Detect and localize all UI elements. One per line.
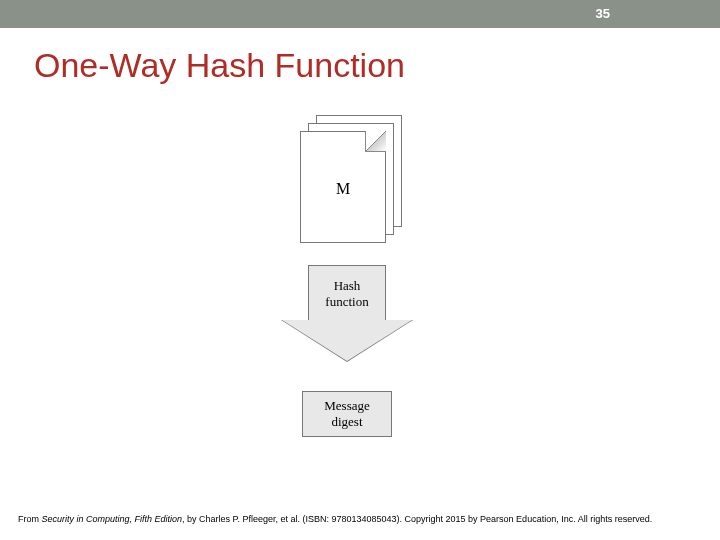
slide-number: 35 — [596, 6, 610, 21]
message-label: M — [301, 180, 385, 198]
hash-function-label: Hash function — [325, 278, 368, 309]
hash-diagram: M Hash function Message digest — [0, 85, 720, 475]
top-bar: 35 — [0, 0, 720, 28]
hash-arrow: Hash function — [282, 265, 412, 361]
footer-book-title: Security in Computing, Fifth Edition — [42, 514, 183, 524]
footer-suffix: , by Charles P. Pfleeger, et al. (ISBN: … — [182, 514, 652, 524]
message-digest-box: Message digest — [302, 391, 392, 437]
slide-title: One-Way Hash Function — [34, 46, 720, 85]
footer-prefix: From — [18, 514, 42, 524]
message-digest-label: Message digest — [324, 398, 370, 429]
document-page-front: M — [300, 131, 386, 243]
footer-citation: From Security in Computing, Fifth Editio… — [18, 514, 702, 524]
